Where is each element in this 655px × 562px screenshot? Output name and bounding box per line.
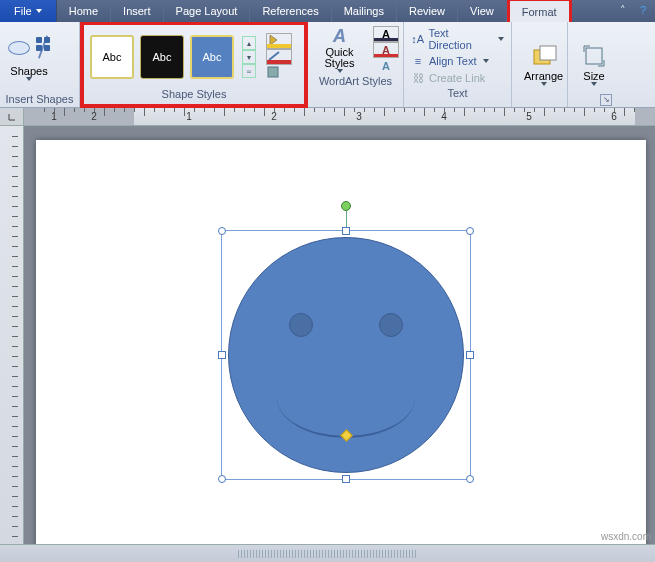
shape-style-swatch-3[interactable]: Abc [190, 35, 234, 79]
arrange-dropdown-icon [541, 82, 547, 86]
resize-handle-w[interactable] [218, 351, 226, 359]
resize-handle-n[interactable] [342, 227, 350, 235]
tab-review-label: Review [409, 5, 445, 17]
ruler-number: 5 [526, 111, 532, 122]
tab-home-label: Home [69, 5, 98, 17]
help-icon[interactable]: ? [635, 2, 651, 18]
title-bar-controls: ˄ ? [615, 2, 651, 18]
horizontal-scroll-grip[interactable] [238, 550, 418, 558]
shapes-gallery-icon [8, 35, 50, 65]
size-icon [580, 42, 608, 70]
align-text-icon: ≡ [411, 54, 425, 68]
document-area[interactable] [24, 126, 655, 544]
ruler-number: 2 [91, 111, 97, 122]
tab-insert[interactable]: Insert [111, 0, 164, 22]
resize-handle-s[interactable] [342, 475, 350, 483]
tab-page-layout-label: Page Layout [176, 5, 238, 17]
tab-references[interactable]: References [250, 0, 331, 22]
tab-mailings-label: Mailings [344, 5, 384, 17]
arrange-label: Arrange [524, 70, 563, 82]
shape-format-extra [266, 33, 292, 81]
gallery-scroll-up[interactable]: ▴ [242, 36, 256, 50]
tab-selector-icon [7, 112, 17, 122]
svg-rect-2 [540, 46, 556, 60]
gallery-more[interactable]: ＝ [242, 64, 256, 78]
shapes-button-label: Shapes [10, 65, 47, 77]
group-text-label: Text [408, 86, 507, 101]
swatch-2-label: Abc [153, 51, 172, 63]
align-text-dropdown-icon [483, 59, 489, 63]
shape-fill-button[interactable] [266, 33, 292, 49]
minimize-ribbon-icon[interactable]: ˄ [615, 2, 631, 18]
rotation-handle-icon[interactable] [341, 201, 351, 211]
size-launcher-icon[interactable]: ↘ [600, 94, 612, 106]
size-dropdown-icon [591, 82, 597, 86]
file-dropdown-icon [36, 9, 42, 13]
resize-handle-ne[interactable] [466, 227, 474, 235]
ruler-number: 2 [271, 111, 277, 122]
tab-format[interactable]: Format [507, 0, 572, 22]
resize-handle-se[interactable] [466, 475, 474, 483]
svg-rect-0 [268, 67, 278, 77]
shape-style-gallery[interactable]: Abc Abc Abc ▴ ▾ ＝ [90, 33, 292, 81]
resize-handle-nw[interactable] [218, 227, 226, 235]
tab-review[interactable]: Review [397, 0, 458, 22]
text-fill-button[interactable]: A [373, 26, 399, 42]
quick-styles-button[interactable]: A Quick Styles [312, 26, 367, 73]
group-text: ↕A Text Direction ≡ Align Text ⛓ Create … [404, 22, 512, 107]
ribbon: Shapes Insert Shapes Abc Abc Abc ▴ ▾ ＝ [0, 22, 655, 108]
link-icon: ⛓ [411, 71, 425, 85]
group-arrange: Arrange [512, 22, 568, 107]
gallery-scroll-down[interactable]: ▾ [242, 50, 256, 64]
ruler-corner[interactable] [0, 108, 24, 126]
tab-file-label: File [14, 5, 32, 17]
size-label: Size [583, 70, 604, 82]
tab-view[interactable]: View [458, 0, 507, 22]
ruler-number: 6 [611, 111, 617, 122]
smiley-left-eye [289, 313, 313, 337]
align-text-button[interactable]: ≡ Align Text [408, 53, 507, 69]
quick-styles-dropdown-icon [337, 69, 343, 73]
shape-effects-button[interactable] [266, 65, 292, 81]
group-shape-styles: Abc Abc Abc ▴ ▾ ＝ Shape Styles [80, 21, 308, 108]
text-direction-icon: ↕A [411, 32, 424, 46]
vertical-ruler[interactable] [0, 126, 24, 544]
text-outline-button[interactable]: A [373, 42, 399, 58]
status-bar [0, 544, 655, 562]
tab-mailings[interactable]: Mailings [332, 0, 397, 22]
wordart-extra: A A A [373, 26, 399, 74]
smiley-face-shape[interactable] [228, 237, 464, 473]
group-insert-shapes: Shapes Insert Shapes [0, 22, 80, 107]
align-text-label: Align Text [429, 55, 477, 67]
text-direction-dropdown-icon [498, 37, 504, 41]
resize-handle-sw[interactable] [218, 475, 226, 483]
tab-insert-label: Insert [123, 5, 151, 17]
page [36, 140, 646, 544]
group-insert-shapes-label: Insert Shapes [4, 92, 75, 107]
create-link-label: Create Link [429, 72, 485, 84]
text-effects-button[interactable]: A [373, 58, 399, 74]
horizontal-ruler[interactable]: 12123456 [24, 108, 655, 126]
shape-outline-button[interactable] [266, 49, 292, 65]
tab-file[interactable]: File [0, 0, 57, 22]
shape-style-swatch-1[interactable]: Abc [90, 35, 134, 79]
ruler-number: 1 [186, 111, 192, 122]
tab-page-layout[interactable]: Page Layout [164, 0, 251, 22]
size-button[interactable]: Size [572, 40, 616, 88]
arrange-button[interactable]: Arrange [516, 40, 571, 88]
shapes-dropdown-icon [26, 77, 32, 81]
ruler-number: 1 [51, 111, 57, 122]
text-direction-button[interactable]: ↕A Text Direction [408, 26, 507, 52]
smiley-mouth [277, 358, 415, 438]
tab-view-label: View [470, 5, 494, 17]
shape-style-swatch-2[interactable]: Abc [140, 35, 184, 79]
group-wordart-styles: A Quick Styles A A A WordArt Styles [308, 22, 404, 107]
shape-selection-box[interactable] [221, 230, 471, 480]
shapes-gallery-button[interactable]: Shapes [4, 33, 54, 83]
wordart-letter-icon: A [333, 26, 346, 47]
smiley-right-eye [379, 313, 403, 337]
tab-home[interactable]: Home [57, 0, 111, 22]
ruler-number: 4 [441, 111, 447, 122]
create-link-button: ⛓ Create Link [408, 70, 507, 86]
resize-handle-e[interactable] [466, 351, 474, 359]
